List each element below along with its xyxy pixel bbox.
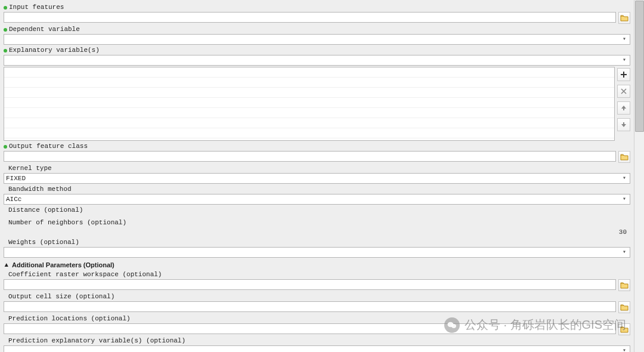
kernel-type-select[interactable]: FIXED ▾ xyxy=(4,173,630,184)
required-dot xyxy=(4,6,7,10)
list-item xyxy=(4,108,614,118)
kernel-type-label: Kernel type xyxy=(8,165,52,172)
prediction-locations-label: Prediction locations (optional) xyxy=(8,315,131,323)
pred-explanatory-vars-label: Prediction explanatory variable(s) (opti… xyxy=(8,337,185,345)
num-neighbors-label: Number of neighbors (optional) xyxy=(8,219,126,227)
required-dot xyxy=(4,49,7,53)
input-features-label: Input features xyxy=(9,4,64,11)
dependent-variable-label: Dependent variable xyxy=(9,26,80,33)
move-down-button[interactable] xyxy=(617,118,630,131)
output-feature-class-field[interactable] xyxy=(4,151,616,162)
list-item xyxy=(4,88,614,98)
output-cell-size-field[interactable] xyxy=(4,301,616,312)
list-item xyxy=(4,98,614,108)
bandwidth-method-select[interactable]: AICc ▾ xyxy=(4,194,630,205)
list-item xyxy=(4,67,614,78)
chevron-down-icon: ▾ xyxy=(620,195,628,203)
chevron-down-icon: ▾ xyxy=(620,347,628,352)
required-dot xyxy=(4,28,7,32)
browse-button[interactable] xyxy=(618,301,630,313)
coef-raster-ws-label: Coefficient raster workspace (optional) xyxy=(8,271,162,279)
explanatory-variables-list[interactable] xyxy=(4,67,615,141)
num-neighbors-value: 30 xyxy=(4,227,630,237)
browse-button[interactable] xyxy=(618,279,630,291)
output-feature-class-label: Output feature class xyxy=(9,143,88,150)
explanatory-variables-label: Explanatory variable(s) xyxy=(9,47,100,54)
weights-label: Weights (optional) xyxy=(8,239,79,246)
input-features-field[interactable] xyxy=(4,12,616,23)
required-dot xyxy=(4,145,7,149)
output-cell-size-label: Output cell size (optional) xyxy=(8,293,114,301)
chevron-down-icon: ▾ xyxy=(620,174,628,183)
dependent-variable-select[interactable]: ▾ xyxy=(4,34,630,45)
pred-explanatory-vars-select[interactable]: ▾ xyxy=(4,345,630,352)
explanatory-variables-select[interactable]: ▾ xyxy=(4,55,630,66)
vertical-scrollbar[interactable] xyxy=(634,0,644,352)
coef-raster-ws-field[interactable] xyxy=(4,279,616,290)
distance-label: Distance (optional) xyxy=(8,206,83,214)
bandwidth-method-label: Bandwidth method xyxy=(8,186,72,193)
browse-button[interactable] xyxy=(618,151,630,163)
prediction-locations-field[interactable] xyxy=(4,323,616,334)
browse-button[interactable] xyxy=(618,12,630,24)
browse-button[interactable] xyxy=(618,323,630,335)
chevron-down-icon: ▾ xyxy=(620,56,628,64)
add-button[interactable] xyxy=(617,68,630,81)
distance-value xyxy=(4,215,630,217)
remove-button[interactable] xyxy=(617,85,630,98)
list-item xyxy=(4,128,614,138)
chevron-down-icon: ▾ xyxy=(620,248,628,257)
list-item xyxy=(4,118,614,128)
weights-select[interactable]: ▾ xyxy=(4,247,630,258)
chevron-down-icon: ▾ xyxy=(620,35,628,44)
additional-parameters-header: Additional Parameters (Optional) xyxy=(12,261,114,268)
list-item xyxy=(4,78,614,88)
move-up-button[interactable] xyxy=(617,101,630,115)
collapse-toggle[interactable]: ▴ xyxy=(4,261,10,268)
form-area: Input features Dependent variable ▾ xyxy=(0,0,634,352)
scroll-thumb[interactable] xyxy=(635,1,644,132)
